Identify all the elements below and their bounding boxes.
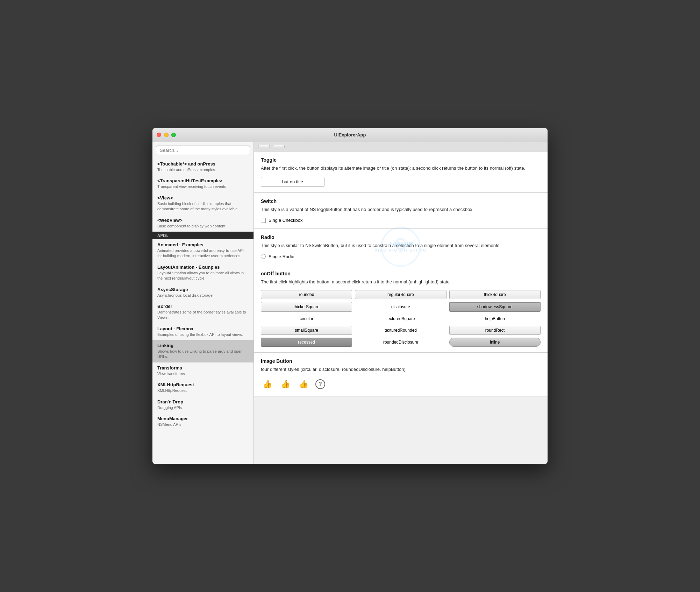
toggle-desc: After the first click, the button displa…	[261, 165, 541, 172]
onoff-inline[interactable]: inline	[449, 338, 541, 347]
toggle-section: Toggle After the first click, the button…	[254, 151, 548, 193]
sidebar-item-title: Transforms	[157, 365, 249, 371]
titlebar: UIExplorerApp	[152, 128, 548, 142]
sidebar-item-title: XMLHttpRequest	[157, 382, 249, 387]
sidebar-item-desc: Examples of using the flexbox API to lay…	[157, 332, 249, 337]
sidebar-item-title: <TransparentHitTestExample>	[157, 178, 249, 183]
sidebar-item-desc: LayoutAnimation allows you to animate al…	[157, 270, 249, 281]
image-button-section: Image Button four different styles (circ…	[254, 353, 548, 396]
sidebar-item-title: Dran'n'Drop	[157, 399, 249, 404]
sidebar-item-desc: Basic building block of all UI, examples…	[157, 201, 249, 212]
sidebar-item-title: Border	[157, 304, 249, 309]
apis-header: APIS:	[152, 232, 253, 239]
thumbsup-icon-2: 👍	[281, 380, 290, 389]
sidebar-item-desc: Dragging APIs	[157, 405, 249, 410]
onoff-thick-square[interactable]: thickSquare	[449, 290, 541, 299]
onoff-textured-square[interactable]: texturedSquare	[355, 315, 446, 323]
sidebar-item-layout-animation[interactable]: LayoutAnimation - Examples LayoutAnimati…	[152, 262, 253, 284]
image-button-title: Image Button	[261, 358, 541, 364]
sidebar-item-desc: Demonstrates some of the border styles a…	[157, 310, 249, 320]
single-radio[interactable]	[261, 254, 266, 259]
search-input[interactable]	[156, 146, 250, 155]
thumbsup-icon-1: 👍	[263, 380, 272, 389]
onoff-recessed[interactable]: recessed	[261, 338, 352, 347]
sidebar-item-view[interactable]: <View> Basic building block of all UI, e…	[152, 192, 253, 215]
image-button-thumbsup-1[interactable]: 👍	[261, 378, 273, 390]
toolbar-button-2[interactable]	[273, 145, 285, 148]
radio-title: Radio	[261, 234, 541, 240]
image-button-row: 👍 👍 👍 ?	[261, 378, 541, 390]
top-toolbar	[254, 142, 548, 151]
image-button-thumbsup-2[interactable]: 👍	[279, 378, 292, 390]
onoff-round-rect[interactable]: roundRect	[449, 326, 541, 335]
sidebar-item-desc: Touchable and onPress examples.	[157, 167, 249, 172]
toggle-title: Toggle	[261, 157, 541, 163]
app-window: UIExplorerApp <Touchable*> and onPress T…	[152, 128, 548, 464]
image-button-desc: four different styles (circular, disclos…	[261, 366, 541, 373]
toggle-demo-button[interactable]: button title	[261, 177, 324, 187]
onoff-regular-square[interactable]: regularSquare	[355, 290, 446, 299]
close-button[interactable]	[157, 133, 161, 137]
onoff-help-button[interactable]: helpButton	[449, 315, 541, 323]
main-content: Toggle After the first click, the button…	[254, 142, 548, 464]
sidebar-item-title: Linking	[157, 343, 249, 348]
onoff-shadowless-square[interactable]: shadowlessSquare	[449, 302, 541, 312]
question-icon: ?	[319, 381, 322, 387]
toolbar-button-1[interactable]	[258, 145, 270, 148]
sidebar-item-transforms[interactable]: Transforms View transforms	[152, 362, 253, 379]
onoff-rounded-disclosure[interactable]: roundedDisclosure	[355, 338, 446, 347]
onoff-desc: The first click highlights the button; a…	[261, 279, 541, 286]
sidebar-item-webview[interactable]: <WebView> Base component to display web …	[152, 215, 253, 232]
single-checkbox[interactable]	[261, 218, 266, 223]
sidebar-item-desc: Base component to display web content	[157, 224, 249, 229]
onoff-circular[interactable]: circular	[261, 315, 352, 323]
checkbox-row: Single Checkbox	[261, 218, 541, 223]
sidebar-item-desc: Asynchronous local disk storage.	[157, 293, 249, 298]
sidebar-item-desc: XMLHttpRequest	[157, 388, 249, 393]
switch-section: Switch This style is a variant of NSTogg…	[254, 193, 548, 229]
sidebar-item-xmlhttprequest[interactable]: XMLHttpRequest XMLHttpRequest	[152, 379, 253, 396]
sidebar-item-title: Layout - Flexbox	[157, 326, 249, 331]
onoff-title: onOff button	[261, 271, 541, 276]
onoff-rounded[interactable]: rounded	[261, 290, 352, 299]
sidebar-item-touchable[interactable]: <Touchable*> and onPress Touchable and o…	[152, 158, 253, 175]
sidebar-item-desc: Shows how to use Linking to parse argv a…	[157, 349, 249, 360]
sidebar-item-async-storage[interactable]: AsyncStorage Asynchronous local disk sto…	[152, 284, 253, 301]
sidebar-item-title: <View>	[157, 195, 249, 200]
switch-desc: This style is a variant of NSToggleButto…	[261, 206, 541, 213]
sidebar-item-title: Animated - Examples	[157, 242, 249, 247]
sidebar-item-desc: NSMenu APIs	[157, 422, 249, 427]
sidebar-item-desc: Animated provides a powerful and easy-to…	[157, 248, 249, 259]
traffic-lights	[157, 133, 176, 137]
sidebar-item-desc: Transparent view receiving touch events	[157, 184, 249, 189]
sidebar-item-dragnddrop[interactable]: Dran'n'Drop Dragging APIs	[152, 396, 253, 413]
window-title: UIExplorerApp	[334, 132, 366, 138]
checkbox-label: Single Checkbox	[269, 218, 303, 223]
sidebar: <Touchable*> and onPress Touchable and o…	[152, 142, 254, 464]
thumbsup-icon-3: 👍	[299, 380, 308, 389]
sidebar-item-layout-flexbox[interactable]: Layout - Flexbox Examples of using the f…	[152, 323, 253, 340]
image-button-thumbsup-3[interactable]: 👍	[297, 378, 310, 390]
image-button-help[interactable]: ?	[315, 379, 325, 389]
onoff-textured-rounded[interactable]: texturedRounded	[355, 326, 446, 335]
radio-row: Single Radio	[261, 254, 541, 259]
radio-desc: This style is similar to NSSwitchButton,…	[261, 242, 541, 249]
radio-label: Single Radio	[269, 254, 294, 259]
onoff-section: onOff button The first click highlights …	[254, 265, 548, 353]
onoff-disclosure[interactable]: disclosure	[355, 302, 446, 312]
sidebar-item-animated[interactable]: Animated - Examples Animated provides a …	[152, 239, 253, 262]
onoff-small-square[interactable]: smallSquare	[261, 326, 352, 335]
onoff-thicker-square[interactable]: thickerSquare	[261, 302, 352, 312]
minimize-button[interactable]	[164, 133, 169, 137]
sidebar-item-border[interactable]: Border Demonstrates some of the border s…	[152, 301, 253, 323]
sidebar-item-transparent[interactable]: <TransparentHitTestExample> Transparent …	[152, 175, 253, 192]
onoff-button-grid: rounded regularSquare thickSquare thicke…	[261, 290, 541, 347]
sidebar-item-linking[interactable]: Linking Shows how to use Linking to pars…	[152, 340, 253, 362]
switch-title: Switch	[261, 198, 541, 204]
sidebar-item-title: MenuManager	[157, 416, 249, 421]
sidebar-item-title: LayoutAnimation - Examples	[157, 265, 249, 270]
maximize-button[interactable]	[171, 133, 176, 137]
sidebar-item-desc: View transforms	[157, 371, 249, 376]
sidebar-item-title: <WebView>	[157, 218, 249, 223]
sidebar-item-menumanager[interactable]: MenuManager NSMenu APIs	[152, 413, 253, 430]
